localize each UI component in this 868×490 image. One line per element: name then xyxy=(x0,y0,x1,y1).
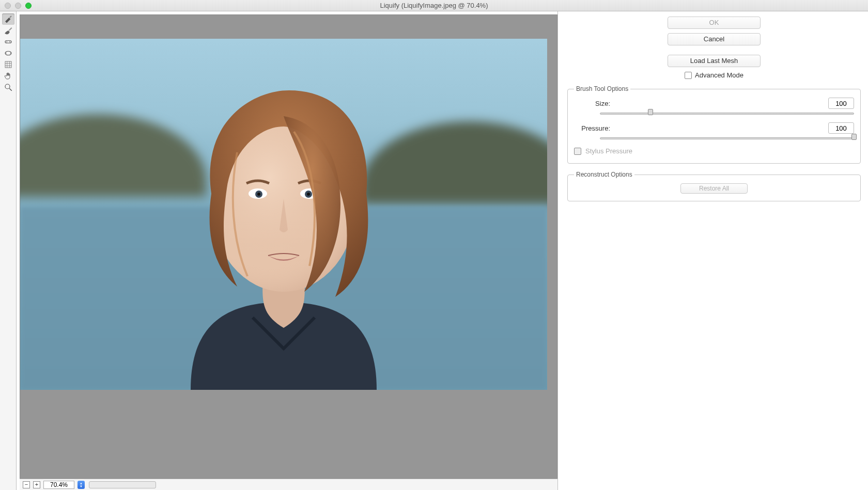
close-window-button[interactable] xyxy=(5,3,11,9)
titlebar: Liquify (LiquifyImage.jpeg @ 70.4%) xyxy=(0,0,868,11)
slider-track xyxy=(600,113,854,115)
bloat-tool[interactable] xyxy=(2,48,14,59)
hand-icon xyxy=(4,71,13,81)
brush-icon xyxy=(4,26,13,35)
window-controls xyxy=(0,3,32,9)
stylus-pressure-label: Stylus Pressure xyxy=(585,147,632,155)
brush-tool-options-group: Brush Tool Options Size: Pressure: Stylu… xyxy=(567,85,861,164)
reconstruct-options-group: Reconstruct Options Restore All xyxy=(567,171,861,201)
bloat-icon xyxy=(4,49,13,58)
window-title: Liquify (LiquifyImage.jpeg @ 70.4%) xyxy=(0,2,868,9)
advanced-mode-checkbox[interactable] xyxy=(685,72,692,79)
horizontal-scrollbar[interactable] xyxy=(89,481,156,488)
svg-line-4 xyxy=(9,88,12,91)
brush-pressure-row: Pressure: xyxy=(574,122,854,134)
svg-point-3 xyxy=(5,84,10,89)
brush-size-field[interactable] xyxy=(828,98,854,109)
stylus-pressure-row: Stylus Pressure xyxy=(574,147,854,155)
portrait-illustration xyxy=(129,59,439,390)
reconstruct-tool[interactable] xyxy=(2,25,14,36)
stylus-pressure-checkbox xyxy=(574,148,581,155)
minimize-window-button[interactable] xyxy=(15,3,21,9)
pucker-icon xyxy=(4,37,13,46)
svg-rect-2 xyxy=(5,61,11,68)
image-viewport[interactable] xyxy=(20,14,557,479)
svg-rect-0 xyxy=(5,41,11,43)
canvas-area: − + ▲ ▼ xyxy=(17,11,558,490)
hand-tool[interactable] xyxy=(2,70,14,82)
zoom-out-button[interactable]: − xyxy=(23,481,30,488)
tools-toolbar xyxy=(0,11,17,490)
advanced-mode-row: Advanced Mode xyxy=(567,71,861,79)
ok-button[interactable]: OK xyxy=(668,17,761,29)
image-content xyxy=(20,39,547,390)
brush-pressure-field[interactable] xyxy=(828,122,854,134)
forward-warp-tool[interactable] xyxy=(2,13,14,25)
brush-tool-options-legend: Brush Tool Options xyxy=(574,85,630,92)
brush-size-row: Size: xyxy=(574,98,854,109)
zoom-in-button[interactable]: + xyxy=(33,481,40,488)
brush-size-slider[interactable] xyxy=(600,110,854,117)
svg-point-11 xyxy=(257,193,260,196)
advanced-mode-label: Advanced Mode xyxy=(695,71,743,79)
maximize-window-button[interactable] xyxy=(25,3,32,9)
zoom-stepper[interactable]: ▲ ▼ xyxy=(78,481,85,489)
slider-track xyxy=(600,137,854,139)
pucker-tool[interactable] xyxy=(2,36,14,48)
magnifier-icon xyxy=(4,83,13,92)
brush-pressure-slider[interactable] xyxy=(600,135,854,142)
push-left-tool[interactable] xyxy=(2,59,14,70)
zoom-tool[interactable] xyxy=(2,82,14,93)
warp-icon xyxy=(4,14,13,24)
mesh-icon xyxy=(4,60,13,69)
slider-thumb[interactable] xyxy=(851,134,857,140)
options-panel: OK Cancel Load Last Mesh Advanced Mode B… xyxy=(558,11,868,490)
zoom-bar: − + ▲ ▼ xyxy=(20,479,557,490)
restore-all-button[interactable]: Restore All xyxy=(680,183,748,194)
svg-point-12 xyxy=(307,193,310,196)
load-last-mesh-button[interactable]: Load Last Mesh xyxy=(668,55,761,67)
cancel-button[interactable]: Cancel xyxy=(668,33,761,45)
slider-thumb[interactable] xyxy=(648,109,653,115)
chevron-down-icon: ▼ xyxy=(80,485,83,488)
reconstruct-options-legend: Reconstruct Options xyxy=(574,171,634,178)
brush-size-label: Size: xyxy=(574,100,610,107)
zoom-field[interactable] xyxy=(43,481,74,489)
brush-pressure-label: Pressure: xyxy=(574,124,610,132)
image-canvas xyxy=(20,15,557,478)
